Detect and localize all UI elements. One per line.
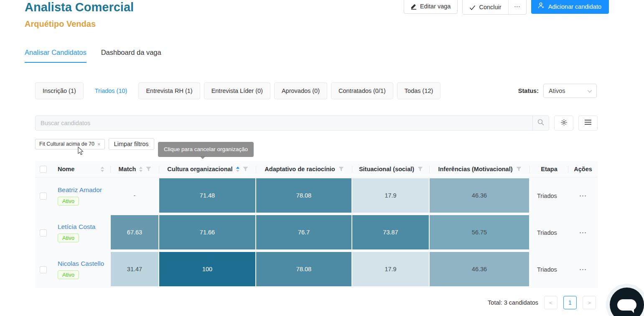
edit-job-button[interactable]: Editar vaga xyxy=(404,0,458,14)
score-cell-inferencias: 46.36 xyxy=(430,177,530,214)
filter-funnel-icon-inferencias[interactable] xyxy=(516,167,522,172)
search-group xyxy=(35,116,549,131)
filter-chip-fit-cultural[interactable]: Fit Cultural acima de 70 × xyxy=(35,139,105,149)
stage-pill-triados[interactable]: Triados (10) xyxy=(87,82,135,99)
stage-filter-row: Inscrição (1) Triados (10) Entrevista RH… xyxy=(35,82,598,99)
filter-funnel-icon-situacional[interactable] xyxy=(417,167,423,172)
check-icon xyxy=(469,5,476,10)
search-button[interactable] xyxy=(532,116,549,130)
sort-icon-nome[interactable] xyxy=(101,167,104,172)
header-actions: Editar vaga Concluir ⋯ Adicionar candida… xyxy=(404,0,609,15)
pencil-icon xyxy=(411,3,417,10)
score-cell-match: 31.47 xyxy=(111,251,159,288)
score-cell-inferencias: 46.36 xyxy=(430,251,530,288)
column-label-inferencias: Inferências (Motivacional) xyxy=(438,166,512,172)
add-candidate-button[interactable]: Adicionar candidato xyxy=(531,0,609,14)
stage-pill-contratados[interactable]: Contratados (0/1) xyxy=(331,82,393,99)
settings-button[interactable] xyxy=(554,116,573,131)
column-header-acoes: Ações xyxy=(568,161,598,177)
table-header: Nome Match Cultura organizacional xyxy=(35,161,598,177)
tab-analisar-candidatos[interactable]: Analisar Candidatos xyxy=(25,49,87,63)
column-header-adaptativo[interactable]: Adaptativo de raciocínio xyxy=(256,161,352,177)
sort-icon-cultura[interactable] xyxy=(236,167,239,172)
pagination-prev-button[interactable]: < xyxy=(544,296,557,309)
column-header-inferencias[interactable]: Inferências (Motivacional) xyxy=(430,161,530,177)
search-input[interactable] xyxy=(36,116,532,130)
select-all-checkbox[interactable] xyxy=(40,166,47,173)
row-checkbox[interactable] xyxy=(40,229,47,236)
score-cell-inferencias: 56.75 xyxy=(430,214,530,251)
table-row: Letícia Costa Ativo 67.63 71.66 76.7 73.… xyxy=(35,214,598,251)
status-label: Status: xyxy=(518,87,539,94)
status-badge: Ativo xyxy=(58,197,79,206)
score-cell-adaptativo: 78.08 xyxy=(256,177,352,214)
score-cell-match: - xyxy=(111,177,159,214)
add-candidate-label: Adicionar candidato xyxy=(548,3,601,10)
column-label-situacional: Situacional (social) xyxy=(359,166,414,172)
stage-pill-entrevista-rh[interactable]: Entrevista RH (1) xyxy=(138,82,200,99)
score-cell-cultura: 71.48 xyxy=(159,177,256,214)
column-label-acoes: Ações xyxy=(574,166,592,172)
conclude-button[interactable]: Concluir xyxy=(463,0,508,14)
row-checkbox[interactable] xyxy=(40,193,47,200)
table-row: Beatriz Amador Ativo - 71.48 78.08 17.9 … xyxy=(35,177,598,214)
filter-chip-label: Fit Cultural acima de 70 xyxy=(39,141,94,147)
page-tabs: Analisar Candidatos Dashboard da vaga xyxy=(25,49,161,63)
column-header-etapa: Etapa xyxy=(530,161,568,177)
column-label-nome: Nome xyxy=(58,166,74,172)
stage-pill-inscricao[interactable]: Inscrição (1) xyxy=(35,82,84,99)
column-options-button[interactable] xyxy=(578,116,598,131)
column-label-adaptativo: Adaptativo de raciocínio xyxy=(265,166,335,172)
sort-tooltip: Clique para cancelar organização xyxy=(158,142,254,157)
candidate-name-link[interactable]: Nicolas Castello xyxy=(58,260,104,267)
stage-pill-entrevista-lider[interactable]: Entrevista Líder (0) xyxy=(204,82,270,99)
stage-cell: Triados xyxy=(530,214,568,251)
column-header-match[interactable]: Match xyxy=(111,161,159,177)
score-cell-situacional: 73.87 xyxy=(352,214,430,251)
row-actions-button[interactable]: ⋯ xyxy=(568,214,598,251)
menu-lines-icon xyxy=(584,119,592,127)
column-label-cultura: Cultura organizacional xyxy=(167,166,232,172)
user-add-icon xyxy=(538,2,545,10)
row-actions-button[interactable]: ⋯ xyxy=(568,177,598,214)
score-cell-adaptativo: 78.08 xyxy=(256,251,352,288)
status-badge: Ativo xyxy=(58,270,79,279)
candidate-name-link[interactable]: Beatriz Amador xyxy=(58,186,102,194)
stage-cell: Triados xyxy=(530,177,568,214)
page-title: Analista Comercial xyxy=(25,0,134,14)
pagination-page-1[interactable]: 1 xyxy=(563,296,577,309)
filter-funnel-icon-adaptativo[interactable] xyxy=(339,167,344,172)
stage-pill-todas[interactable]: Todas (12) xyxy=(397,82,441,99)
search-row xyxy=(35,116,598,131)
status-filter: Status: Ativos xyxy=(518,84,597,98)
row-checkbox[interactable] xyxy=(40,266,47,273)
chat-widget-button[interactable] xyxy=(610,288,644,316)
filter-funnel-icon-cultura[interactable] xyxy=(243,167,248,172)
chip-close-icon[interactable]: × xyxy=(97,141,101,147)
mouse-cursor xyxy=(78,146,84,157)
chat-bubble-icon xyxy=(617,299,636,311)
page-subtitle: Arquétipo Vendas xyxy=(25,19,96,29)
column-header-nome[interactable]: Nome xyxy=(55,161,111,177)
row-actions-button[interactable]: ⋯ xyxy=(568,251,598,288)
pagination-next-button[interactable]: > xyxy=(583,296,596,309)
table-footer: Total: 3 candidatos < 1 > xyxy=(35,296,598,309)
score-cell-adaptativo: 76.7 xyxy=(256,214,352,251)
stage-pill-aprovados[interactable]: Aprovados (0) xyxy=(274,82,327,99)
candidate-name-link[interactable]: Letícia Costa xyxy=(58,223,95,231)
candidates-table: Nome Match Cultura organizacional xyxy=(35,161,598,288)
filter-funnel-icon-match[interactable] xyxy=(146,167,151,172)
clear-filters-button[interactable]: Limpar filtros xyxy=(109,138,154,150)
stage-cell: Triados xyxy=(530,251,568,288)
status-select[interactable]: Ativos xyxy=(543,84,597,98)
column-header-situacional[interactable]: Situacional (social) xyxy=(352,161,430,177)
header-checkbox-cell xyxy=(35,161,55,177)
score-cell-cultura: 100 xyxy=(159,251,256,288)
column-header-cultura[interactable]: Cultura organizacional xyxy=(159,161,256,177)
total-count: Total: 3 candidatos xyxy=(488,299,538,306)
tab-dashboard-da-vaga[interactable]: Dashboard da vaga xyxy=(101,49,161,63)
more-actions-button[interactable]: ⋯ xyxy=(508,0,526,14)
edit-job-label: Editar vaga xyxy=(420,3,451,10)
sort-icon-match[interactable] xyxy=(139,167,143,172)
search-icon xyxy=(537,119,544,127)
